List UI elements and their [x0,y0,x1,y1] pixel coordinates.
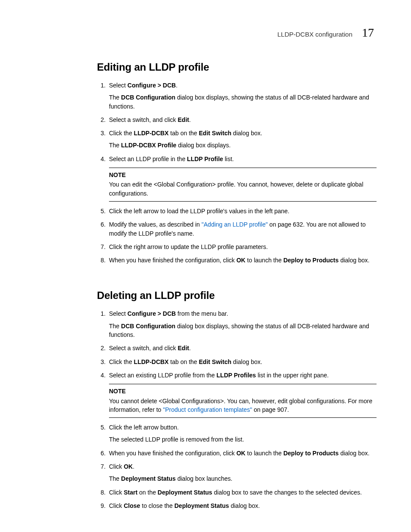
bold: Edit [178,116,189,123]
text: . [176,82,177,89]
xref-link[interactable]: "Adding an LLDP profile" [202,221,268,228]
text: dialog box. [339,450,370,457]
bold: Deploy to Products [283,450,339,457]
bold: Configure > DCB [128,82,176,89]
text: When you have finished the configuration… [109,450,237,457]
step-8: When you have finished the configuration… [107,256,377,264]
sub-text: The DCB Configuration dialog box display… [109,322,377,339]
bold: Edit Switch [199,358,231,365]
text: Select an existing LLDP profile from the [109,372,217,379]
text: tab on the [168,130,199,137]
step-4: Select an LLDP profile in the LLDP Profi… [107,155,377,202]
text: Click the [109,358,134,365]
text: dialog box. [231,358,262,365]
bold: Start [124,489,137,496]
note-text: on page 907. [252,406,289,413]
bold: OK [124,463,133,470]
section-title: Deleting an LLDP profile [97,289,377,302]
note-box: NOTE You cannot delete <Global Configura… [109,384,377,418]
text: list. [223,156,234,162]
sub-text: The LLDP-DCBX Profile dialog box display… [109,141,377,149]
text: to launch the [246,450,283,457]
step-1: Select Configure > DCB. The DCB Configur… [107,81,377,111]
text: dialog box. [229,502,260,509]
text: Click the left arrow to load the LLDP pr… [109,208,290,215]
text: Modify the values, as described in [109,221,202,228]
text: from the menu bar. [176,310,228,317]
section-editing: Editing an LLDP profile Select Configure… [97,61,377,264]
step-7: Click OK. The Deployment Status dialog b… [107,462,377,483]
bold: LLDP Profile [187,156,223,162]
text: Select an LLDP profile in the [109,156,187,162]
page-header: LLDP-DCBX configuration 17 [43,26,377,40]
text: Select [109,310,128,317]
text: to close the [140,502,174,509]
bold: OK [237,450,246,457]
text: on the [137,489,158,496]
step-5: Click the left arrow button. The selecte… [107,423,377,444]
sub-text: The selected LLDP profile is removed fro… [109,435,377,444]
step-3: Click the LLDP-DCBX tab on the Edit Swit… [107,129,377,150]
step-6: Modify the values, as described in "Addi… [107,220,377,238]
page: LLDP-DCBX configuration 17 Editing an LL… [0,0,411,532]
text: tab on the [168,358,199,365]
step-3: Click the LLDP-DCBX tab on the Edit Swit… [107,358,377,366]
text: dialog box. [231,130,262,137]
sub-text: The DCB Configuration dialog box display… [109,93,377,111]
steps-list: Select Configure > DCB. The DCB Configur… [107,81,377,264]
text: . [189,116,191,123]
text: dialog box. [339,257,370,264]
text: The [109,142,121,149]
step-7: Click the right arrow to update the LLDP… [107,243,377,251]
note-label: NOTE [109,387,377,395]
text: Click the left arrow button. [109,424,179,431]
xref-link[interactable]: "Product configuration templates" [163,406,252,413]
text: Click [109,502,124,509]
text: Select a switch, and click [109,345,178,352]
bold: LLDP-DCBX [134,130,169,137]
bold: Edit [178,345,189,352]
text: . [189,345,191,352]
step-9: Click Close to close the Deployment Stat… [107,501,377,510]
note-box: NOTE You can edit the <Global Configurat… [109,168,377,202]
note-text: You can edit the <Global Configuration> … [109,181,363,196]
text: dialog box to save the changes to the se… [212,489,362,496]
bold: Configure > DCB [128,310,176,317]
bold: Close [124,502,140,509]
text: Click [109,463,124,470]
step-2: Select a switch, and click Edit. [107,115,377,124]
text: Click the [109,130,134,137]
text: When you have finished the configuration… [109,257,237,264]
bold: OK [237,257,246,264]
text: The [109,475,121,482]
chapter-number: 17 [362,26,374,40]
bold: DCB Configuration [121,94,175,101]
note-label: NOTE [109,171,377,179]
text: Click the right arrow to update the LLDP… [109,243,268,250]
text: Click [109,489,124,496]
breadcrumb: LLDP-DCBX configuration [277,31,352,38]
text: list in the upper right pane. [256,372,329,379]
step-5: Click the left arrow to load the LLDP pr… [107,207,377,215]
bold: Deployment Status [158,489,212,496]
section-title: Editing an LLDP profile [97,61,377,73]
steps-list: Select Configure > DCB from the menu bar… [107,309,377,510]
step-6: When you have finished the configuration… [107,449,377,457]
text: dialog box launches. [176,475,233,482]
step-8: Click Start on the Deployment Status dia… [107,488,377,497]
bold: Deploy to Products [283,257,339,264]
text: The [109,94,121,101]
text: Select a switch, and click [109,116,178,123]
bold: LLDP Profiles [217,372,256,379]
bold: Deployment Status [121,475,176,482]
bold: Edit Switch [199,130,231,137]
text: The [109,323,121,330]
bold: LLDP-DCBX Profile [121,142,176,149]
bold: Deployment Status [174,502,229,509]
step-2: Select a switch, and click Edit. [107,344,377,352]
sub-text: The Deployment Status dialog box launche… [109,474,377,483]
bold: DCB Configuration [121,323,175,330]
text: to launch the [246,257,283,264]
text: Select [109,82,128,89]
step-4: Select an existing LLDP profile from the… [107,371,377,418]
